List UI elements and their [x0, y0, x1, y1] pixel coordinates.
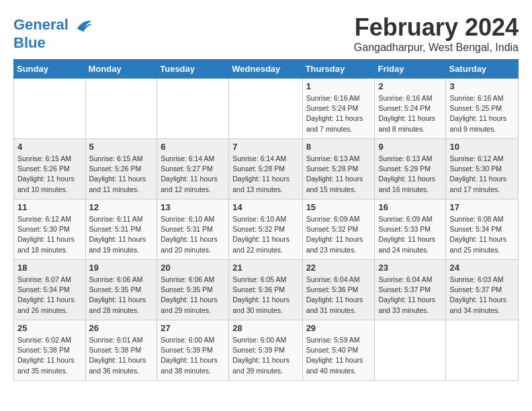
day-number: 28 [232, 323, 298, 333]
calendar-cell: 22Sunrise: 6:04 AM Sunset: 5:36 PM Dayli… [302, 260, 375, 320]
column-header-wednesday: Wednesday [229, 60, 302, 79]
day-number: 16 [378, 202, 442, 212]
day-number: 13 [161, 202, 225, 212]
day-info: Sunrise: 6:00 AM Sunset: 5:39 PM Dayligh… [161, 335, 225, 376]
logo-bird-icon [74, 16, 93, 35]
calendar-cell: 17Sunrise: 6:08 AM Sunset: 5:34 PM Dayli… [446, 199, 519, 260]
logo-general: General [13, 16, 69, 33]
calendar-cell: 8Sunrise: 6:13 AM Sunset: 5:28 PM Daylig… [302, 139, 375, 199]
logo: General Blue [13, 16, 93, 51]
calendar-header-row: SundayMondayTuesdayWednesdayThursdayFrid… [14, 60, 519, 79]
day-info: Sunrise: 6:02 AM Sunset: 5:38 PM Dayligh… [17, 335, 82, 376]
day-number: 29 [306, 323, 371, 333]
day-info: Sunrise: 6:09 AM Sunset: 5:32 PM Dayligh… [306, 214, 371, 255]
calendar-table: SundayMondayTuesdayWednesdayThursdayFrid… [13, 59, 519, 381]
day-number: 4 [17, 142, 82, 152]
day-info: Sunrise: 6:16 AM Sunset: 5:24 PM Dayligh… [378, 93, 442, 134]
day-info: Sunrise: 5:59 AM Sunset: 5:40 PM Dayligh… [306, 335, 371, 376]
day-number: 8 [306, 142, 371, 152]
day-number: 24 [449, 263, 515, 273]
day-number: 26 [89, 323, 154, 333]
day-number: 9 [378, 142, 442, 152]
location-subtitle: Gangadharpur, West Bengal, India [354, 42, 519, 54]
calendar-cell: 3Sunrise: 6:16 AM Sunset: 5:25 PM Daylig… [446, 79, 519, 139]
calendar-cell: 24Sunrise: 6:03 AM Sunset: 5:37 PM Dayli… [446, 260, 519, 320]
month-year-title: February 2024 [354, 13, 519, 42]
day-number: 12 [89, 202, 154, 212]
column-header-sunday: Sunday [14, 60, 86, 79]
calendar-cell: 13Sunrise: 6:10 AM Sunset: 5:31 PM Dayli… [157, 199, 229, 260]
day-info: Sunrise: 6:14 AM Sunset: 5:27 PM Dayligh… [161, 154, 225, 195]
day-number: 21 [232, 263, 298, 273]
day-number: 1 [306, 81, 371, 91]
calendar-cell: 20Sunrise: 6:06 AM Sunset: 5:35 PM Dayli… [157, 260, 229, 320]
calendar-cell: 27Sunrise: 6:00 AM Sunset: 5:39 PM Dayli… [157, 320, 229, 381]
day-info: Sunrise: 6:13 AM Sunset: 5:28 PM Dayligh… [306, 154, 371, 195]
day-number: 22 [306, 263, 371, 273]
day-info: Sunrise: 6:10 AM Sunset: 5:31 PM Dayligh… [161, 214, 225, 255]
day-number: 11 [17, 202, 82, 212]
calendar-cell: 29Sunrise: 5:59 AM Sunset: 5:40 PM Dayli… [302, 320, 375, 381]
day-info: Sunrise: 6:03 AM Sunset: 5:37 PM Dayligh… [449, 275, 515, 316]
calendar-cell: 6Sunrise: 6:14 AM Sunset: 5:27 PM Daylig… [157, 139, 229, 199]
day-info: Sunrise: 6:04 AM Sunset: 5:37 PM Dayligh… [378, 275, 442, 316]
day-info: Sunrise: 6:16 AM Sunset: 5:24 PM Dayligh… [306, 93, 371, 134]
calendar-cell: 9Sunrise: 6:13 AM Sunset: 5:29 PM Daylig… [375, 139, 446, 199]
page-header: General Blue February 2024 Gangadharpur,… [13, 13, 519, 54]
day-number: 3 [449, 81, 515, 91]
calendar-cell: 11Sunrise: 6:12 AM Sunset: 5:30 PM Dayli… [14, 199, 86, 260]
calendar-cell: 1Sunrise: 6:16 AM Sunset: 5:24 PM Daylig… [302, 79, 375, 139]
calendar-cell: 7Sunrise: 6:14 AM Sunset: 5:28 PM Daylig… [229, 139, 302, 199]
day-info: Sunrise: 6:12 AM Sunset: 5:30 PM Dayligh… [17, 214, 82, 255]
title-block: February 2024 Gangadharpur, West Bengal,… [354, 13, 519, 54]
calendar-cell: 5Sunrise: 6:15 AM Sunset: 5:26 PM Daylig… [85, 139, 157, 199]
day-info: Sunrise: 6:07 AM Sunset: 5:34 PM Dayligh… [17, 275, 82, 316]
day-number: 27 [161, 323, 225, 333]
calendar-week-row: 11Sunrise: 6:12 AM Sunset: 5:30 PM Dayli… [14, 199, 519, 260]
calendar-week-row: 1Sunrise: 6:16 AM Sunset: 5:24 PM Daylig… [14, 79, 519, 139]
day-number: 7 [232, 142, 298, 152]
day-info: Sunrise: 6:14 AM Sunset: 5:28 PM Dayligh… [232, 154, 298, 195]
calendar-week-row: 4Sunrise: 6:15 AM Sunset: 5:26 PM Daylig… [14, 139, 519, 199]
calendar-cell: 16Sunrise: 6:09 AM Sunset: 5:33 PM Dayli… [375, 199, 446, 260]
calendar-week-row: 25Sunrise: 6:02 AM Sunset: 5:38 PM Dayli… [14, 320, 519, 381]
day-info: Sunrise: 6:16 AM Sunset: 5:25 PM Dayligh… [449, 93, 515, 134]
day-info: Sunrise: 6:00 AM Sunset: 5:39 PM Dayligh… [232, 335, 298, 376]
calendar-cell [446, 320, 519, 381]
day-number: 23 [378, 263, 442, 273]
day-info: Sunrise: 6:01 AM Sunset: 5:38 PM Dayligh… [89, 335, 154, 376]
calendar-cell [375, 320, 446, 381]
calendar-cell: 23Sunrise: 6:04 AM Sunset: 5:37 PM Dayli… [375, 260, 446, 320]
day-number: 6 [161, 142, 225, 152]
calendar-cell: 15Sunrise: 6:09 AM Sunset: 5:32 PM Dayli… [302, 199, 375, 260]
day-info: Sunrise: 6:15 AM Sunset: 5:26 PM Dayligh… [17, 154, 82, 195]
day-number: 18 [17, 263, 82, 273]
calendar-cell [14, 79, 86, 139]
day-number: 17 [449, 202, 515, 212]
calendar-cell: 12Sunrise: 6:11 AM Sunset: 5:31 PM Dayli… [85, 199, 157, 260]
calendar-cell: 26Sunrise: 6:01 AM Sunset: 5:38 PM Dayli… [85, 320, 157, 381]
column-header-monday: Monday [85, 60, 157, 79]
day-info: Sunrise: 6:15 AM Sunset: 5:26 PM Dayligh… [89, 154, 154, 195]
calendar-cell [157, 79, 229, 139]
day-info: Sunrise: 6:10 AM Sunset: 5:32 PM Dayligh… [232, 214, 298, 255]
calendar-cell [229, 79, 302, 139]
calendar-cell: 28Sunrise: 6:00 AM Sunset: 5:39 PM Dayli… [229, 320, 302, 381]
calendar-cell: 19Sunrise: 6:06 AM Sunset: 5:35 PM Dayli… [85, 260, 157, 320]
day-number: 20 [161, 263, 225, 273]
calendar-cell: 14Sunrise: 6:10 AM Sunset: 5:32 PM Dayli… [229, 199, 302, 260]
calendar-cell: 25Sunrise: 6:02 AM Sunset: 5:38 PM Dayli… [14, 320, 86, 381]
day-info: Sunrise: 6:11 AM Sunset: 5:31 PM Dayligh… [89, 214, 154, 255]
calendar-cell [85, 79, 157, 139]
day-info: Sunrise: 6:05 AM Sunset: 5:36 PM Dayligh… [232, 275, 298, 316]
calendar-cell: 18Sunrise: 6:07 AM Sunset: 5:34 PM Dayli… [14, 260, 86, 320]
column-header-friday: Friday [375, 60, 446, 79]
day-info: Sunrise: 6:06 AM Sunset: 5:35 PM Dayligh… [161, 275, 225, 316]
day-info: Sunrise: 6:12 AM Sunset: 5:30 PM Dayligh… [449, 154, 515, 195]
day-number: 5 [89, 142, 154, 152]
calendar-cell: 10Sunrise: 6:12 AM Sunset: 5:30 PM Dayli… [446, 139, 519, 199]
day-info: Sunrise: 6:08 AM Sunset: 5:34 PM Dayligh… [449, 214, 515, 255]
day-info: Sunrise: 6:06 AM Sunset: 5:35 PM Dayligh… [89, 275, 154, 316]
calendar-cell: 21Sunrise: 6:05 AM Sunset: 5:36 PM Dayli… [229, 260, 302, 320]
column-header-saturday: Saturday [446, 60, 519, 79]
